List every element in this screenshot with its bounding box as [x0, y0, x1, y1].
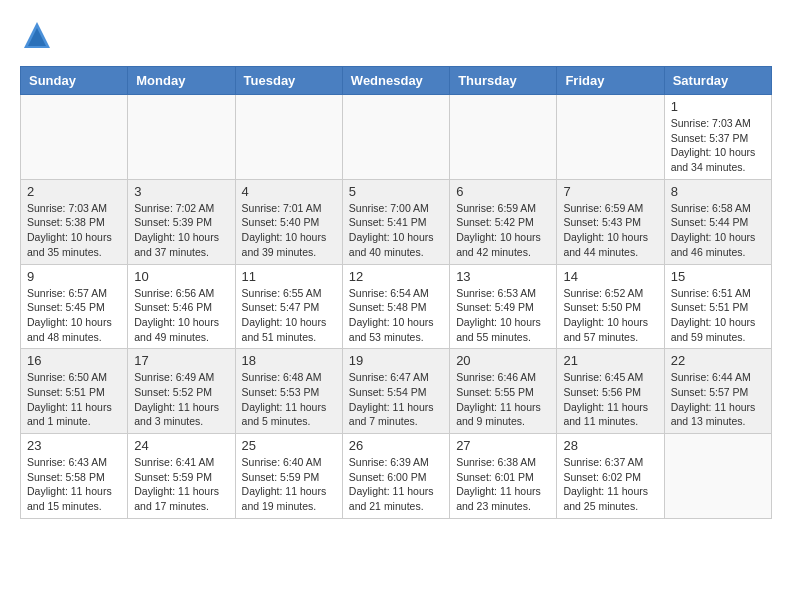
calendar-week-3: 9Sunrise: 6:57 AM Sunset: 5:45 PM Daylig…: [21, 264, 772, 349]
calendar-cell: [664, 434, 771, 519]
day-number: 23: [27, 438, 121, 453]
calendar-week-5: 23Sunrise: 6:43 AM Sunset: 5:58 PM Dayli…: [21, 434, 772, 519]
day-info: Sunrise: 7:02 AM Sunset: 5:39 PM Dayligh…: [134, 201, 228, 260]
calendar-cell: 18Sunrise: 6:48 AM Sunset: 5:53 PM Dayli…: [235, 349, 342, 434]
day-number: 20: [456, 353, 550, 368]
day-info: Sunrise: 7:01 AM Sunset: 5:40 PM Dayligh…: [242, 201, 336, 260]
calendar-cell: 1Sunrise: 7:03 AM Sunset: 5:37 PM Daylig…: [664, 95, 771, 180]
calendar-cell: 3Sunrise: 7:02 AM Sunset: 5:39 PM Daylig…: [128, 179, 235, 264]
calendar-cell: 9Sunrise: 6:57 AM Sunset: 5:45 PM Daylig…: [21, 264, 128, 349]
weekday-header-monday: Monday: [128, 67, 235, 95]
day-info: Sunrise: 6:56 AM Sunset: 5:46 PM Dayligh…: [134, 286, 228, 345]
calendar-cell: 26Sunrise: 6:39 AM Sunset: 6:00 PM Dayli…: [342, 434, 449, 519]
day-number: 2: [27, 184, 121, 199]
calendar-cell: [342, 95, 449, 180]
calendar-cell: 22Sunrise: 6:44 AM Sunset: 5:57 PM Dayli…: [664, 349, 771, 434]
day-info: Sunrise: 6:41 AM Sunset: 5:59 PM Dayligh…: [134, 455, 228, 514]
day-number: 7: [563, 184, 657, 199]
day-number: 10: [134, 269, 228, 284]
calendar-cell: 17Sunrise: 6:49 AM Sunset: 5:52 PM Dayli…: [128, 349, 235, 434]
calendar-cell: 13Sunrise: 6:53 AM Sunset: 5:49 PM Dayli…: [450, 264, 557, 349]
day-number: 15: [671, 269, 765, 284]
day-info: Sunrise: 6:58 AM Sunset: 5:44 PM Dayligh…: [671, 201, 765, 260]
calendar-cell: 25Sunrise: 6:40 AM Sunset: 5:59 PM Dayli…: [235, 434, 342, 519]
weekday-header-saturday: Saturday: [664, 67, 771, 95]
day-info: Sunrise: 6:47 AM Sunset: 5:54 PM Dayligh…: [349, 370, 443, 429]
calendar-cell: 20Sunrise: 6:46 AM Sunset: 5:55 PM Dayli…: [450, 349, 557, 434]
day-info: Sunrise: 6:37 AM Sunset: 6:02 PM Dayligh…: [563, 455, 657, 514]
day-info: Sunrise: 6:57 AM Sunset: 5:45 PM Dayligh…: [27, 286, 121, 345]
day-number: 25: [242, 438, 336, 453]
day-number: 5: [349, 184, 443, 199]
day-number: 8: [671, 184, 765, 199]
calendar-cell: 7Sunrise: 6:59 AM Sunset: 5:43 PM Daylig…: [557, 179, 664, 264]
calendar-cell: 10Sunrise: 6:56 AM Sunset: 5:46 PM Dayli…: [128, 264, 235, 349]
weekday-header-wednesday: Wednesday: [342, 67, 449, 95]
weekday-header-friday: Friday: [557, 67, 664, 95]
day-info: Sunrise: 6:45 AM Sunset: 5:56 PM Dayligh…: [563, 370, 657, 429]
calendar-cell: 16Sunrise: 6:50 AM Sunset: 5:51 PM Dayli…: [21, 349, 128, 434]
day-number: 26: [349, 438, 443, 453]
day-number: 22: [671, 353, 765, 368]
day-info: Sunrise: 7:03 AM Sunset: 5:38 PM Dayligh…: [27, 201, 121, 260]
weekday-header-tuesday: Tuesday: [235, 67, 342, 95]
day-info: Sunrise: 6:43 AM Sunset: 5:58 PM Dayligh…: [27, 455, 121, 514]
weekday-header-sunday: Sunday: [21, 67, 128, 95]
weekday-header-thursday: Thursday: [450, 67, 557, 95]
logo: [20, 20, 52, 56]
calendar-week-4: 16Sunrise: 6:50 AM Sunset: 5:51 PM Dayli…: [21, 349, 772, 434]
day-info: Sunrise: 6:59 AM Sunset: 5:43 PM Dayligh…: [563, 201, 657, 260]
day-number: 18: [242, 353, 336, 368]
calendar-cell: [21, 95, 128, 180]
calendar-cell: 11Sunrise: 6:55 AM Sunset: 5:47 PM Dayli…: [235, 264, 342, 349]
day-number: 19: [349, 353, 443, 368]
day-info: Sunrise: 6:39 AM Sunset: 6:00 PM Dayligh…: [349, 455, 443, 514]
day-info: Sunrise: 6:50 AM Sunset: 5:51 PM Dayligh…: [27, 370, 121, 429]
calendar-cell: 2Sunrise: 7:03 AM Sunset: 5:38 PM Daylig…: [21, 179, 128, 264]
calendar-cell: 6Sunrise: 6:59 AM Sunset: 5:42 PM Daylig…: [450, 179, 557, 264]
day-info: Sunrise: 6:46 AM Sunset: 5:55 PM Dayligh…: [456, 370, 550, 429]
day-info: Sunrise: 6:54 AM Sunset: 5:48 PM Dayligh…: [349, 286, 443, 345]
calendar-cell: 19Sunrise: 6:47 AM Sunset: 5:54 PM Dayli…: [342, 349, 449, 434]
day-number: 28: [563, 438, 657, 453]
calendar-cell: [235, 95, 342, 180]
day-number: 17: [134, 353, 228, 368]
calendar-table: SundayMondayTuesdayWednesdayThursdayFrid…: [20, 66, 772, 519]
day-info: Sunrise: 6:38 AM Sunset: 6:01 PM Dayligh…: [456, 455, 550, 514]
day-info: Sunrise: 6:40 AM Sunset: 5:59 PM Dayligh…: [242, 455, 336, 514]
calendar-header-row: SundayMondayTuesdayWednesdayThursdayFrid…: [21, 67, 772, 95]
day-info: Sunrise: 7:00 AM Sunset: 5:41 PM Dayligh…: [349, 201, 443, 260]
calendar-cell: 28Sunrise: 6:37 AM Sunset: 6:02 PM Dayli…: [557, 434, 664, 519]
calendar-cell: 5Sunrise: 7:00 AM Sunset: 5:41 PM Daylig…: [342, 179, 449, 264]
calendar-cell: [557, 95, 664, 180]
calendar-cell: 15Sunrise: 6:51 AM Sunset: 5:51 PM Dayli…: [664, 264, 771, 349]
day-info: Sunrise: 6:49 AM Sunset: 5:52 PM Dayligh…: [134, 370, 228, 429]
day-info: Sunrise: 6:51 AM Sunset: 5:51 PM Dayligh…: [671, 286, 765, 345]
calendar-cell: 8Sunrise: 6:58 AM Sunset: 5:44 PM Daylig…: [664, 179, 771, 264]
day-info: Sunrise: 7:03 AM Sunset: 5:37 PM Dayligh…: [671, 116, 765, 175]
calendar-cell: 14Sunrise: 6:52 AM Sunset: 5:50 PM Dayli…: [557, 264, 664, 349]
day-number: 3: [134, 184, 228, 199]
calendar-cell: 24Sunrise: 6:41 AM Sunset: 5:59 PM Dayli…: [128, 434, 235, 519]
day-info: Sunrise: 6:52 AM Sunset: 5:50 PM Dayligh…: [563, 286, 657, 345]
calendar-cell: [450, 95, 557, 180]
calendar-cell: [128, 95, 235, 180]
day-number: 12: [349, 269, 443, 284]
day-number: 4: [242, 184, 336, 199]
calendar-cell: 27Sunrise: 6:38 AM Sunset: 6:01 PM Dayli…: [450, 434, 557, 519]
day-number: 16: [27, 353, 121, 368]
day-number: 13: [456, 269, 550, 284]
calendar-week-1: 1Sunrise: 7:03 AM Sunset: 5:37 PM Daylig…: [21, 95, 772, 180]
logo-icon: [22, 20, 52, 50]
calendar-cell: 23Sunrise: 6:43 AM Sunset: 5:58 PM Dayli…: [21, 434, 128, 519]
calendar-cell: 12Sunrise: 6:54 AM Sunset: 5:48 PM Dayli…: [342, 264, 449, 349]
page-header: [20, 20, 772, 56]
day-number: 11: [242, 269, 336, 284]
day-info: Sunrise: 6:59 AM Sunset: 5:42 PM Dayligh…: [456, 201, 550, 260]
day-info: Sunrise: 6:48 AM Sunset: 5:53 PM Dayligh…: [242, 370, 336, 429]
day-number: 14: [563, 269, 657, 284]
calendar-cell: 4Sunrise: 7:01 AM Sunset: 5:40 PM Daylig…: [235, 179, 342, 264]
day-info: Sunrise: 6:53 AM Sunset: 5:49 PM Dayligh…: [456, 286, 550, 345]
day-info: Sunrise: 6:44 AM Sunset: 5:57 PM Dayligh…: [671, 370, 765, 429]
day-number: 21: [563, 353, 657, 368]
